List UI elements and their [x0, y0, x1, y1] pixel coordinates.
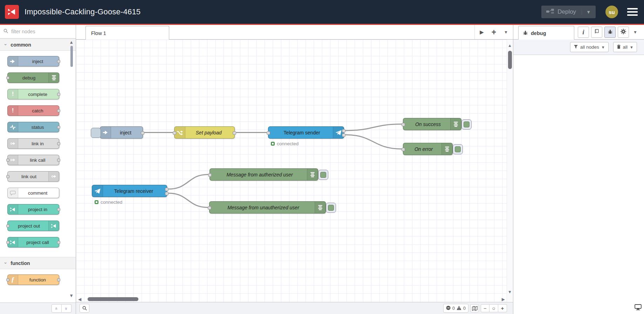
- palette-scroll-up-icon[interactable]: ▲: [69, 40, 74, 45]
- palette-node-link-out[interactable]: link out: [7, 171, 59, 182]
- navigator-button[interactable]: [470, 304, 479, 312]
- palette-filter-input[interactable]: [11, 28, 64, 35]
- help-tab-button[interactable]: [591, 27, 602, 38]
- warning-count: 0: [463, 306, 466, 311]
- canvas-horizontal-scrollbar[interactable]: ◀ ▶: [76, 296, 507, 302]
- output-port[interactable]: [342, 133, 345, 137]
- info-tab-button[interactable]: i: [578, 27, 589, 38]
- wire-telegram-sender-to-on-error[interactable]: [346, 135, 401, 149]
- input-port[interactable]: [6, 224, 9, 228]
- palette-scroll-down-icon[interactable]: ▼: [69, 293, 74, 298]
- input-port[interactable]: [173, 131, 176, 135]
- palette-node-inject[interactable]: inject: [7, 56, 59, 67]
- next-tab-icon[interactable]: ▶: [480, 29, 484, 35]
- flow-node-msg-unauth[interactable]: Message from unautherized user: [209, 201, 326, 214]
- flow-node-set-payload[interactable]: Set payload: [174, 126, 235, 139]
- trash-icon: [617, 44, 621, 50]
- palette-node-status[interactable]: status: [7, 122, 59, 132]
- output-port[interactable]: [57, 208, 60, 211]
- palette-node-link-in[interactable]: link in: [7, 138, 59, 149]
- status-text: connected: [277, 141, 299, 146]
- debug-enable-toggle[interactable]: [318, 170, 328, 180]
- flow-node-inject[interactable]: inject: [100, 126, 143, 139]
- output-port[interactable]: [57, 60, 60, 63]
- output-port[interactable]: [57, 241, 60, 244]
- flow-node-on-error[interactable]: On error: [403, 143, 453, 155]
- palette-node-project-out[interactable]: project out: [7, 221, 59, 231]
- canvas-search-button[interactable]: [80, 304, 89, 313]
- input-port[interactable]: [6, 159, 9, 162]
- output-port[interactable]: [57, 109, 60, 112]
- palette-scrollbar[interactable]: [70, 46, 73, 67]
- palette-collapse-all-button[interactable]: «: [52, 304, 62, 313]
- flow-node-telegram-sender[interactable]: Telegram sender: [268, 126, 344, 139]
- debug-enable-toggle[interactable]: [453, 144, 463, 154]
- palette-node-project-call[interactable]: project call: [7, 237, 59, 247]
- flow-node-telegram-receiver[interactable]: Telegram receiver: [92, 185, 167, 197]
- scroll-left-icon[interactable]: ◀: [78, 297, 81, 302]
- debug-enable-toggle[interactable]: [461, 119, 472, 130]
- output-port[interactable]: [165, 188, 169, 191]
- wire-telegram-sender-to-on-success[interactable]: [346, 124, 401, 131]
- palette-node-link-call[interactable]: link call: [7, 155, 59, 165]
- flow-node-msg-auth[interactable]: Message from autherized user: [210, 168, 318, 181]
- output-port[interactable]: [57, 126, 60, 129]
- debug-enable-toggle[interactable]: [326, 203, 336, 213]
- input-port[interactable]: [208, 206, 211, 210]
- wire-telegram-receiver-to-msg-unauth[interactable]: [169, 193, 207, 208]
- scroll-down-icon[interactable]: ▼: [508, 289, 512, 294]
- main-menu-icon[interactable]: [627, 8, 638, 16]
- output-port[interactable]: [342, 129, 345, 133]
- palette-node-function[interactable]: ƒfunction: [7, 274, 59, 285]
- sidebar-tabs-caret-icon[interactable]: ▼: [633, 30, 637, 35]
- palette-node-project-in[interactable]: project in: [7, 204, 59, 215]
- input-port[interactable]: [6, 241, 9, 244]
- flow-canvas[interactable]: ▲ ▼ ◀ ▶ injectSet payloadTelegram sender…: [76, 40, 513, 302]
- output-port[interactable]: [57, 278, 60, 281]
- input-port[interactable]: [267, 131, 270, 135]
- palette-expand-all-button[interactable]: »: [62, 304, 71, 313]
- user-avatar[interactable]: su: [605, 6, 618, 18]
- canvas-vertical-scrollbar[interactable]: ▲ ▼: [507, 40, 513, 302]
- zoom-in-button[interactable]: +: [498, 304, 507, 312]
- input-port[interactable]: [6, 278, 9, 281]
- config-tab-button[interactable]: [618, 27, 629, 38]
- output-port[interactable]: [57, 93, 60, 96]
- error-icon: [446, 306, 451, 311]
- zoom-reset-button[interactable]: ○: [489, 304, 498, 312]
- scroll-up-icon[interactable]: ▲: [508, 43, 512, 48]
- debug-tab-button[interactable]: [604, 27, 616, 38]
- palette-category-function[interactable]: ›function: [0, 257, 76, 269]
- input-port[interactable]: [402, 148, 405, 151]
- palette-category-common[interactable]: ›common: [0, 39, 76, 51]
- tab-debug[interactable]: debug: [518, 26, 574, 40]
- deploy-options-caret-icon[interactable]: ▼: [582, 9, 591, 15]
- toggle-state-indicator: [455, 146, 461, 152]
- output-port[interactable]: [141, 131, 144, 135]
- input-port[interactable]: [6, 175, 9, 178]
- palette-node-catch[interactable]: !catch: [7, 105, 59, 116]
- wire-telegram-receiver-to-msg-auth[interactable]: [169, 175, 208, 189]
- palette-node-complete[interactable]: !complete: [7, 89, 59, 99]
- debug-filter-button[interactable]: all nodes ▼: [570, 42, 609, 52]
- output-port[interactable]: [165, 192, 169, 195]
- output-port[interactable]: [233, 131, 236, 135]
- input-port[interactable]: [402, 123, 405, 126]
- output-port[interactable]: [57, 142, 60, 145]
- scroll-right-icon[interactable]: ▶: [502, 297, 505, 302]
- input-port[interactable]: [6, 76, 9, 79]
- deploy-button[interactable]: Deploy ▼: [541, 6, 596, 18]
- palette-node-comment[interactable]: comment: [7, 188, 59, 198]
- palette-search[interactable]: [0, 25, 76, 39]
- inject-icon: [8, 56, 18, 66]
- palette-node-debug[interactable]: debug: [7, 72, 59, 83]
- flow-list-caret-icon[interactable]: ▼: [504, 30, 508, 35]
- zoom-out-button[interactable]: −: [481, 304, 489, 312]
- debug-clear-button[interactable]: all ▼: [613, 42, 637, 52]
- flow-node-on-success[interactable]: On success: [403, 118, 461, 130]
- input-port[interactable]: [208, 173, 212, 177]
- telegram-icon: [92, 185, 103, 197]
- tab-flow-1[interactable]: Flow 1: [85, 26, 169, 40]
- output-port[interactable]: [57, 159, 60, 162]
- inject-trigger-button[interactable]: [91, 128, 101, 138]
